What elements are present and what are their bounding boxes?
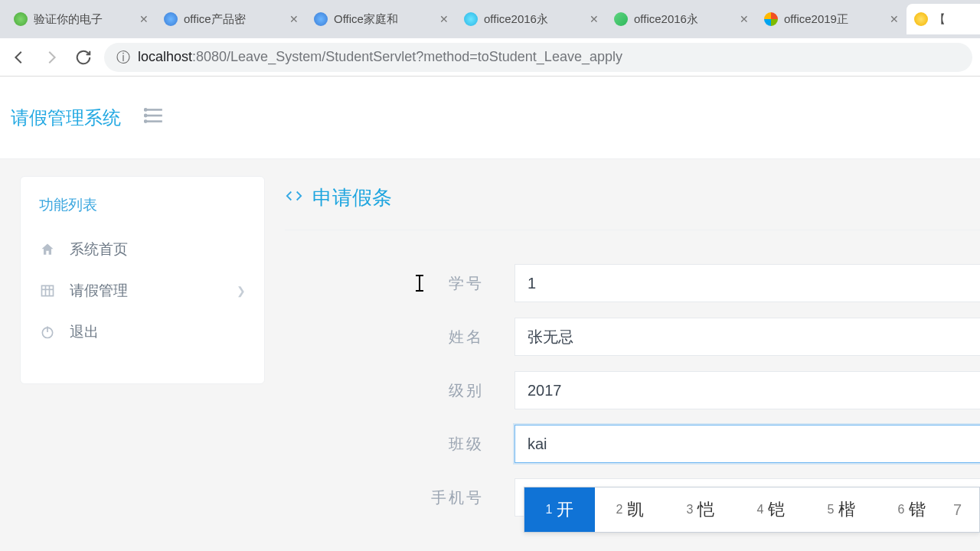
ime-candidate-4[interactable]: 4 铠 bbox=[736, 487, 806, 532]
app-title: 请假管理系统 bbox=[11, 106, 121, 130]
ime-more[interactable]: 7 bbox=[947, 501, 968, 519]
tab-title: office2019正 bbox=[784, 12, 884, 27]
sidebar: 功能列表 系统首页 请假管理 ❯ 退出 bbox=[20, 176, 265, 384]
ime-candidate-1[interactable]: 1 开 bbox=[524, 487, 595, 532]
sidebar-title: 功能列表 bbox=[21, 192, 264, 229]
app-header: 请假管理系统 bbox=[0, 77, 980, 159]
address-bar[interactable]: ⓘ localhost:8080/Leave_System/StudentSer… bbox=[104, 43, 972, 72]
sidebar-item-label: 请假管理 bbox=[70, 281, 128, 301]
text-cursor-icon bbox=[419, 275, 420, 292]
back-button[interactable] bbox=[8, 46, 31, 69]
favicon-icon bbox=[764, 12, 778, 26]
power-icon bbox=[39, 324, 56, 340]
ime-candidate-3[interactable]: 3 恺 bbox=[665, 487, 736, 532]
label-phone: 手机号 bbox=[285, 487, 514, 508]
sidebar-item-leave[interactable]: 请假管理 ❯ bbox=[21, 270, 264, 311]
code-icon bbox=[285, 187, 303, 209]
close-icon[interactable]: ✕ bbox=[289, 13, 299, 25]
tab-title: office产品密 bbox=[184, 12, 283, 27]
browser-tab-5[interactable]: office2016永 ✕ bbox=[606, 4, 756, 34]
form-row-studentno: 学号 bbox=[285, 264, 980, 302]
browser-tab-1[interactable]: 验证你的电子 ✕ bbox=[6, 4, 156, 34]
svg-point-4 bbox=[145, 115, 146, 116]
url-text: localhost:8080/Leave_System/StudentServl… bbox=[138, 49, 622, 65]
close-icon[interactable]: ✕ bbox=[439, 13, 449, 25]
section-header: 申请假条 bbox=[285, 184, 980, 230]
sidebar-item-label: 系统首页 bbox=[70, 240, 128, 259]
table-icon bbox=[39, 283, 56, 298]
favicon-icon bbox=[464, 12, 478, 26]
browser-tabs: 验证你的电子 ✕ office产品密 ✕ Office家庭和 ✕ office2… bbox=[0, 0, 980, 38]
browser-tab-7[interactable]: 【 bbox=[906, 4, 980, 34]
input-class[interactable] bbox=[514, 425, 980, 463]
browser-tab-6[interactable]: office2019正 ✕ bbox=[756, 4, 906, 34]
svg-point-3 bbox=[145, 109, 146, 110]
leave-form: 学号 姓名 级别 班级 手机号 bbox=[285, 230, 980, 517]
chevron-right-icon: ❯ bbox=[237, 285, 246, 297]
form-row-name: 姓名 bbox=[285, 318, 980, 356]
forward-button[interactable] bbox=[40, 46, 63, 69]
label-grade: 级别 bbox=[285, 380, 514, 401]
label-class: 班级 bbox=[285, 434, 514, 455]
sidebar-item-label: 退出 bbox=[70, 322, 99, 342]
ime-candidate-6[interactable]: 6 锴 bbox=[877, 487, 947, 532]
label-name: 姓名 bbox=[285, 327, 514, 347]
home-icon bbox=[39, 242, 56, 257]
tab-title: office2016永 bbox=[634, 12, 733, 27]
browser-tab-4[interactable]: office2016永 ✕ bbox=[456, 4, 606, 34]
input-name[interactable] bbox=[514, 318, 980, 356]
sidebar-item-logout[interactable]: 退出 bbox=[21, 311, 264, 353]
section-title: 申请假条 bbox=[312, 184, 392, 211]
sidebar-item-home[interactable]: 系统首页 bbox=[21, 229, 264, 270]
close-icon[interactable]: ✕ bbox=[890, 13, 899, 25]
favicon-icon bbox=[914, 12, 928, 26]
close-icon[interactable]: ✕ bbox=[139, 13, 149, 25]
svg-rect-6 bbox=[42, 285, 54, 295]
favicon-icon bbox=[164, 12, 178, 26]
reload-button[interactable] bbox=[72, 46, 95, 69]
tab-title: 【 bbox=[934, 12, 980, 27]
browser-tab-3[interactable]: Office家庭和 ✕ bbox=[306, 4, 456, 34]
favicon-icon bbox=[614, 12, 628, 26]
tab-title: Office家庭和 bbox=[334, 12, 433, 27]
ime-candidate-bar: 1 开 2 凯 3 恺 4 铠 5 楷 6 锴 7 bbox=[524, 487, 980, 533]
ime-candidate-2[interactable]: 2 凯 bbox=[595, 487, 665, 532]
browser-navbar: ⓘ localhost:8080/Leave_System/StudentSer… bbox=[0, 38, 980, 77]
favicon-icon bbox=[314, 12, 328, 26]
tab-title: office2016永 bbox=[484, 12, 583, 27]
label-studentno: 学号 bbox=[285, 273, 514, 294]
info-icon[interactable]: ⓘ bbox=[116, 48, 130, 67]
browser-tab-2[interactable]: office产品密 ✕ bbox=[156, 4, 306, 34]
input-studentno[interactable] bbox=[514, 264, 980, 302]
form-row-grade: 级别 bbox=[285, 371, 980, 409]
close-icon[interactable]: ✕ bbox=[740, 13, 749, 25]
svg-point-5 bbox=[145, 121, 146, 122]
favicon-icon bbox=[14, 12, 28, 26]
form-row-class: 班级 bbox=[285, 425, 980, 463]
sidebar-toggle-icon[interactable] bbox=[144, 106, 164, 129]
input-grade[interactable] bbox=[514, 371, 980, 409]
tab-title: 验证你的电子 bbox=[34, 12, 133, 27]
close-icon[interactable]: ✕ bbox=[590, 13, 599, 25]
ime-candidate-5[interactable]: 5 楷 bbox=[806, 487, 877, 532]
